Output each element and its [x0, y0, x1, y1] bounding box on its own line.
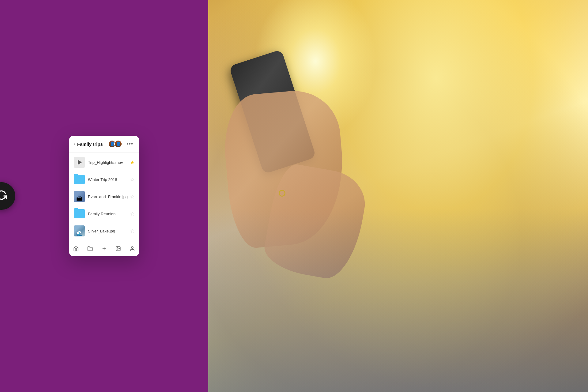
folder-title: Family trips — [77, 141, 108, 147]
star-icon-trip-highlights[interactable]: ★ — [130, 160, 134, 165]
card-header: ‹ Family trips ••• — [69, 136, 139, 153]
silver-lake-thumbnail — [74, 225, 85, 236]
image-evan-icon — [74, 191, 85, 202]
photo-button[interactable] — [111, 244, 125, 253]
folder-family-reunion-icon — [74, 208, 85, 219]
star-icon-evan-frankie[interactable]: ☆ — [130, 194, 134, 200]
avatar-group — [108, 140, 122, 148]
file-name-trip-highlights: Trip_Highlights.mov — [88, 160, 128, 165]
folder-winter-trip-icon — [74, 174, 85, 185]
list-item[interactable]: Family Reunion ☆ — [69, 205, 139, 222]
star-icon-family-reunion[interactable]: ☆ — [130, 211, 134, 217]
svg-point-4 — [131, 247, 133, 248]
video-file-icon — [74, 157, 85, 168]
image-silver-lake-icon — [74, 225, 85, 236]
more-options-button[interactable]: ••• — [125, 140, 134, 148]
back-chevron-icon: ‹ — [74, 141, 75, 146]
folder-button[interactable] — [83, 244, 97, 253]
file-name-silver-lake: Silver_Lake.jpg — [88, 229, 128, 233]
user-button[interactable] — [125, 244, 139, 253]
file-list: Trip_Highlights.mov ★ Winter Trip 2018 ☆… — [69, 153, 139, 241]
file-name-family-reunion: Family Reunion — [88, 212, 128, 216]
add-button[interactable] — [97, 244, 111, 253]
play-triangle-icon — [78, 160, 82, 165]
evan-thumbnail — [74, 191, 85, 202]
file-manager-card: ‹ Family trips ••• Trip_Highlights.mov ★ — [69, 136, 139, 256]
list-item[interactable]: Silver_Lake.jpg ☆ — [69, 222, 139, 239]
sync-button[interactable] — [0, 182, 15, 210]
home-button[interactable] — [69, 244, 83, 253]
folder-shape — [74, 175, 85, 184]
file-name-evan-frankie: Evan_and_Frankie.jpg — [88, 194, 128, 199]
file-name-winter-trip: Winter Trip 2018 — [88, 177, 128, 182]
star-icon-silver-lake[interactable]: ☆ — [130, 228, 134, 234]
right-panel — [208, 0, 588, 392]
folder-shape — [74, 209, 85, 218]
svg-point-3 — [117, 247, 118, 248]
list-item[interactable]: Winter Trip 2018 ☆ — [69, 171, 139, 188]
star-icon-winter-trip[interactable]: ☆ — [130, 177, 134, 183]
list-item[interactable]: Trip_Highlights.mov ★ — [69, 154, 139, 171]
back-button[interactable]: ‹ — [74, 141, 75, 146]
card-toolbar — [69, 241, 139, 256]
left-panel: ‹ Family trips ••• Trip_Highlights.mov ★ — [0, 0, 208, 392]
avatar-user2 — [114, 140, 122, 148]
sync-icon — [0, 190, 7, 202]
list-item[interactable]: Evan_and_Frankie.jpg ☆ — [69, 188, 139, 205]
